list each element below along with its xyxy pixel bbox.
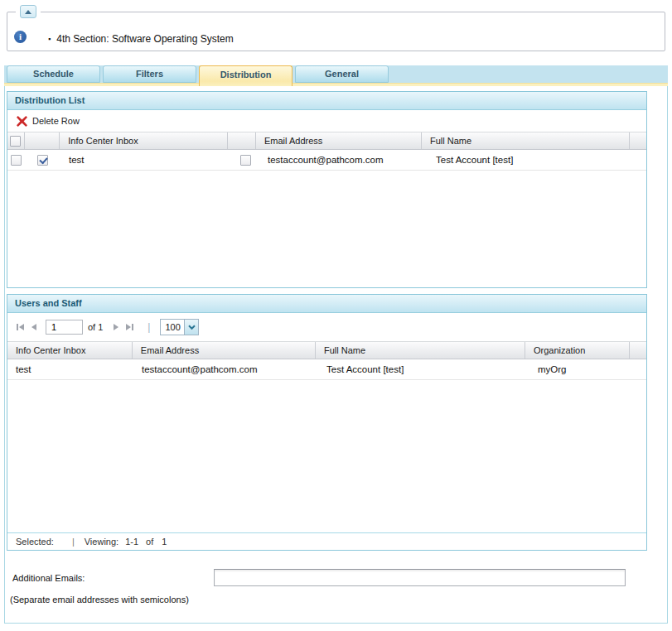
email-cell: testaccount@pathcom.com [133, 359, 318, 379]
combo-trigger-button[interactable] [184, 320, 198, 335]
previous-page-icon [27, 320, 41, 334]
pagination-toolbar: of 1 | 100 [7, 313, 646, 341]
info-fieldset: i ▪ 4th Section: Software Operating Syst… [7, 12, 665, 51]
last-page-icon [123, 320, 136, 334]
select-all-checkbox[interactable] [10, 136, 21, 147]
delete-row-label: Delete Row [32, 116, 80, 126]
chevron-down-icon [188, 325, 196, 330]
users-grid-header: Info Center Inbox Email Address Full Nam… [7, 341, 646, 359]
collapse-chip [16, 5, 41, 18]
inbox-check-cell [25, 150, 60, 170]
selected-label: Selected: [16, 537, 54, 547]
email-check-cell [231, 150, 259, 170]
users-and-staff-title: Users and Staff [7, 295, 646, 313]
next-page-icon [109, 320, 123, 334]
last-page-button[interactable] [123, 320, 136, 334]
page-number-input[interactable] [46, 320, 83, 335]
tab-distribution[interactable]: Distribution [199, 65, 292, 86]
distribution-list-panel: Distribution List Delete Row Info Center… [7, 91, 647, 288]
email-column-header[interactable]: Email Address [133, 342, 316, 359]
collapse-button[interactable] [20, 5, 36, 18]
first-page-button[interactable] [14, 320, 27, 334]
pager-separator: | [147, 321, 150, 333]
table-row[interactable]: test testaccount@pathcom.com Test Accoun… [7, 150, 646, 171]
fullname-cell: Test Account [test] [318, 359, 529, 379]
spacer-column-header [630, 132, 646, 149]
section-info-text: 4th Section: Software Operating System [56, 33, 233, 45]
spacer-column-header [630, 342, 646, 359]
next-page-button[interactable] [109, 320, 123, 334]
inbox-cell: test [60, 150, 231, 170]
inbox-column-header[interactable]: Info Center Inbox [7, 342, 133, 359]
tab-strip: Schedule Filters Distribution General [4, 65, 668, 86]
organization-cell: myOrg [529, 359, 635, 379]
email-checkbox[interactable] [240, 155, 251, 166]
viewing-of-label: of [146, 537, 153, 547]
tab-schedule[interactable]: Schedule [7, 65, 100, 83]
users-grid-empty-area [7, 380, 646, 532]
email-check-column-header[interactable] [228, 132, 256, 149]
bullet-icon: ▪ [48, 34, 51, 44]
row-select-checkbox[interactable] [11, 155, 22, 166]
email-cell: testaccount@pathcom.com [259, 150, 428, 170]
inbox-checkbox[interactable] [37, 155, 48, 166]
email-column-header[interactable]: Email Address [256, 132, 422, 149]
status-separator: | [72, 537, 75, 547]
page-size-select[interactable]: 100 [160, 319, 199, 335]
distribution-settings-page: i ▪ 4th Section: Software Operating Syst… [0, 0, 672, 631]
distribution-list-title: Distribution List [7, 92, 646, 110]
section-info-line: ▪ 4th Section: Software Operating System [48, 33, 234, 45]
additional-emails-hint: (Separate email addresses with semicolon… [10, 595, 189, 605]
row-select-cell [7, 150, 25, 170]
distribution-toolbar: Delete Row [7, 110, 646, 132]
organization-column-header[interactable]: Organization [525, 342, 630, 359]
viewing-label: Viewing: [85, 537, 118, 547]
delete-row-button[interactable]: Delete Row [17, 116, 80, 127]
inbox-cell: test [7, 359, 133, 379]
page-count-label: of 1 [88, 322, 103, 332]
grid-status-bar: Selected: | Viewing: 1-1 of 1 [7, 532, 646, 550]
subscribe-column-header[interactable] [25, 132, 60, 149]
fullname-column-header[interactable]: Full Name [422, 132, 630, 149]
table-row[interactable]: test testaccount@pathcom.com Test Accoun… [7, 359, 646, 380]
info-icon: i [14, 31, 27, 43]
fullname-cell: Test Account [test] [428, 150, 639, 170]
tab-general[interactable]: General [295, 65, 389, 83]
previous-page-button[interactable] [27, 320, 41, 334]
additional-emails-label: Additional Emails: [12, 573, 85, 583]
additional-emails-input[interactable] [214, 569, 626, 586]
distribution-grid-empty-area [7, 171, 646, 287]
fullname-column-header[interactable]: Full Name [316, 342, 525, 359]
select-all-header-cell [7, 132, 25, 149]
collapse-up-icon [25, 10, 31, 14]
distribution-grid-header: Info Center Inbox Email Address Full Nam… [7, 132, 646, 150]
inbox-column-header[interactable]: Info Center Inbox [60, 132, 228, 149]
delete-x-icon [17, 116, 27, 127]
users-and-staff-panel: Users and Staff of 1 [7, 294, 647, 551]
viewing-total: 1 [162, 537, 167, 547]
first-page-icon [14, 320, 27, 334]
page-size-value: 100 [161, 320, 184, 335]
viewing-range: 1-1 [125, 537, 138, 547]
tab-filters[interactable]: Filters [103, 65, 196, 83]
